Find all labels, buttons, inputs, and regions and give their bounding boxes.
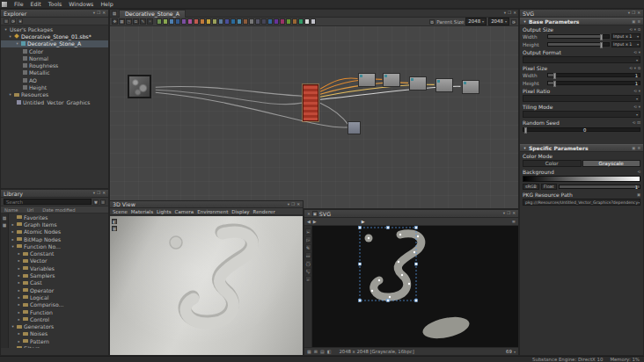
small-filter-node[interactable] xyxy=(348,121,361,134)
view3d-menu-environment[interactable]: Environment xyxy=(197,209,228,214)
menu-windows[interactable]: Windows xyxy=(65,0,97,9)
chevron-down-icon[interactable]: ▾ xyxy=(639,89,640,93)
histogram-icon[interactable]: ◧ xyxy=(327,349,332,354)
filter-node[interactable] xyxy=(409,76,427,90)
menu-edit[interactable]: Edit xyxy=(27,0,45,9)
width-inheritance-dropdown[interactable]: Input x 1▾ xyxy=(611,33,640,40)
node-swatch-22[interactable] xyxy=(292,18,297,25)
library-item-function-no[interactable]: ▾Function No... xyxy=(9,243,108,250)
specific-parameters-section[interactable]: ▾ Specific Parameters ▣≡ xyxy=(520,144,643,152)
explorer-output-height[interactable]: Height xyxy=(20,83,108,90)
float-icon[interactable]: ❐ xyxy=(508,10,511,17)
close-icon[interactable]: ✕ xyxy=(513,10,516,17)
node-swatch-7[interactable] xyxy=(200,18,205,25)
prev-frame-icon[interactable]: ◀ xyxy=(307,219,311,224)
node-swatch-4[interactable] xyxy=(181,18,187,25)
expand-arrow-icon[interactable]: ▸ xyxy=(11,237,15,242)
lock-icon[interactable]: ▣ xyxy=(632,146,635,150)
close-tab-icon[interactable]: ✕ xyxy=(307,212,311,216)
float-button[interactable]: Float xyxy=(541,184,557,190)
expand-arrow-icon[interactable]: ▸ xyxy=(11,346,15,348)
select-tool[interactable]: ➣ xyxy=(305,228,311,235)
panel-menu-icon[interactable]: ▾ xyxy=(93,190,95,197)
tile-toggle-icon[interactable]: ⊞ xyxy=(314,349,318,354)
base-parameters-section[interactable]: ▾ Base Parameters ▣≡ xyxy=(520,18,643,25)
frame-icon[interactable]: ◳ xyxy=(126,18,132,25)
close-icon[interactable]: ✕ xyxy=(296,201,300,208)
comment-icon[interactable]: ✎ xyxy=(140,18,146,25)
chevron-down-icon[interactable]: ▾ xyxy=(639,105,640,109)
panel-menu-icon[interactable]: ▾ xyxy=(628,10,630,17)
expand-arrow-icon[interactable]: ▸ xyxy=(17,339,21,344)
node-swatch-25[interactable] xyxy=(311,18,316,25)
background-value-slider[interactable]: 1 xyxy=(559,185,640,189)
panel-menu-icon[interactable]: ▾ xyxy=(503,210,505,217)
browse-icon[interactable]: ▣ xyxy=(637,192,640,197)
view3d-menu-materials[interactable]: Materials xyxy=(131,209,153,214)
library-item-function[interactable]: ▸Function xyxy=(9,308,108,315)
display-mode-icon[interactable]: ▦ xyxy=(112,226,117,231)
panel-menu-icon[interactable]: ▾ xyxy=(93,10,95,17)
zoom-control[interactable]: 69 ▾ xyxy=(506,349,516,354)
expand-arrow-icon[interactable]: ▸ xyxy=(17,302,21,307)
search-filter-icon[interactable]: ▼ xyxy=(93,199,99,205)
library-item-bitmap-nodes[interactable]: ▸BitMap Nodes xyxy=(9,235,108,243)
expand-arrow-icon[interactable]: ▸ xyxy=(11,229,15,234)
dice-icon[interactable]: ⚄ xyxy=(637,120,640,125)
expand-arrow-icon[interactable]: ▾ xyxy=(523,146,527,150)
expand-arrow-icon[interactable]: ▸ xyxy=(17,295,21,300)
ellipse-tool[interactable]: ◯ xyxy=(305,260,311,266)
grid-icon[interactable]: ▦ xyxy=(119,18,125,25)
library-item-variables[interactable]: ▸Variables xyxy=(9,264,108,272)
view2d-canvas[interactable] xyxy=(312,226,518,347)
view-list-icon[interactable]: ▤ xyxy=(2,215,7,221)
library-item-control[interactable]: ▸Control xyxy=(9,315,108,322)
tab-decorative-stone-a[interactable]: Decorative_Stone_A xyxy=(119,10,186,18)
transform-tool[interactable]: ⤡ xyxy=(305,268,311,274)
library-item-favorites[interactable]: Favorites xyxy=(9,214,108,221)
node-swatch-20[interactable] xyxy=(280,18,285,25)
filter-node[interactable] xyxy=(358,73,376,87)
expand-arrow-icon[interactable]: ▸ xyxy=(11,222,15,227)
reset-icon[interactable]: ⟲ xyxy=(633,89,637,93)
next-frame-icon[interactable]: ▶ xyxy=(313,219,317,224)
filter-node[interactable] xyxy=(383,73,400,87)
expand-arrow-icon[interactable]: ▸ xyxy=(17,310,21,315)
zoom-tool[interactable]: ⌕ xyxy=(305,276,311,282)
expand-arrow-icon[interactable]: ▸ xyxy=(17,266,21,271)
menu-file[interactable]: File xyxy=(11,0,27,9)
view3d-menu-lights[interactable]: Lights xyxy=(157,209,172,214)
parent-size-width-dropdown[interactable]: 2048▾ xyxy=(465,18,487,25)
library-item-compariso[interactable]: ▸Compariso... xyxy=(9,301,108,308)
reset-icon[interactable]: ⟲ xyxy=(629,27,633,32)
node-swatch-13[interactable] xyxy=(237,18,242,25)
view3d-menu-renderer[interactable]: Renderer xyxy=(253,209,275,214)
pkg-path-value[interactable]: pkg:///Resources/Untitled_Vector_Graphic… xyxy=(523,199,640,206)
chevron-down-icon[interactable]: ▾ xyxy=(634,27,636,32)
rect-tool[interactable]: ▭ xyxy=(305,252,311,258)
explorer-output-metallic[interactable]: Metallic xyxy=(20,69,108,76)
node-swatch-10[interactable] xyxy=(218,18,223,25)
expand-arrow-icon[interactable]: ▾ xyxy=(15,41,19,46)
link-icon[interactable]: ⧉ xyxy=(638,66,640,70)
expand-arrow-icon[interactable]: ▾ xyxy=(11,324,15,329)
close-icon[interactable]: ✕ xyxy=(512,210,516,217)
library-item-samplers[interactable]: ▸Samplers xyxy=(9,272,108,279)
output-format-dropdown[interactable]: ▾ xyxy=(523,56,640,63)
expand-arrow-icon[interactable]: ▾ xyxy=(8,34,12,39)
library-item-graph-items[interactable]: ▸Graph Items xyxy=(9,221,108,228)
library-item-cast[interactable]: ▸Cast xyxy=(9,279,108,286)
expand-arrow-icon[interactable]: ▸ xyxy=(17,258,21,263)
grid-toggle-icon[interactable]: ▦ xyxy=(307,349,311,354)
view3d-menu-camera[interactable]: Camera xyxy=(175,209,194,214)
graph-canvas[interactable] xyxy=(110,26,518,208)
node-swatch-1[interactable] xyxy=(163,18,168,25)
background-gradient[interactable] xyxy=(523,176,640,182)
pixel-height-slider[interactable]: 1 xyxy=(547,81,640,85)
library-item-pattern[interactable]: ▸Pattern xyxy=(9,337,108,344)
menu-icon[interactable]: ≡ xyxy=(637,19,640,24)
width-slider[interactable] xyxy=(547,34,610,39)
float-icon[interactable]: ❐ xyxy=(507,210,510,217)
node-swatch-14[interactable] xyxy=(243,18,248,25)
explorer-package[interactable]: ▾ Decorative_Stone_01.sbs* xyxy=(1,33,108,40)
